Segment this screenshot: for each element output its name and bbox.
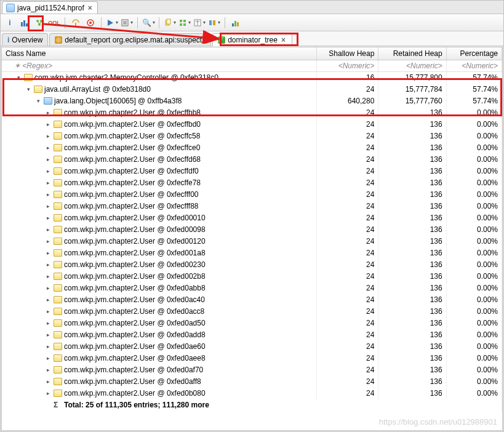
row-label: com.wkp.jvm.chapter2.User @ 0xfed001a8	[64, 249, 206, 257]
table-row[interactable]: ▸com.wkp.jvm.chapter2.User @ 0xfecffe782…	[2, 177, 502, 189]
leak-suspects-icon[interactable]	[84, 16, 97, 30]
expander-icon[interactable]: ▸	[45, 226, 52, 233]
table-row[interactable]: ▸com.wkp.jvm.chapter2.User @ 0xfecffd682…	[2, 154, 502, 166]
expander-icon[interactable]: ▸	[45, 180, 52, 186]
calculate-icon[interactable]	[193, 16, 206, 30]
table-row[interactable]: ▸com.wkp.jvm.chapter2.User @ 0xfed001202…	[2, 236, 502, 247]
svg-rect-21	[234, 21, 236, 26]
expander-icon[interactable]: ▸	[45, 145, 52, 151]
expander-icon[interactable]: ▸	[45, 250, 52, 257]
col-shallow-heap[interactable]: Shallow Heap	[317, 47, 378, 60]
table-row[interactable]: ▸com.wkp.jvm.chapter2.User @ 0xfed0b0802…	[2, 388, 502, 399]
expander-icon[interactable]: ▸	[45, 203, 52, 210]
expander-icon[interactable]: ▸	[45, 320, 52, 327]
expander-icon[interactable]: ▸	[45, 308, 52, 315]
table-row[interactable]: ▸com.wkp.jvm.chapter2.User @ 0xfecffc582…	[2, 130, 502, 142]
expander-icon[interactable]: ▸	[45, 238, 52, 245]
table-row[interactable]: ▸com.wkp.jvm.chapter2.User @ 0xfed0ad502…	[2, 318, 502, 329]
filter-shallow[interactable]: <Numeric>	[338, 62, 375, 70]
expander-icon[interactable]: ▸	[45, 378, 52, 385]
row-label: com.wkp.jvm.chapter2.User @ 0xfed00098	[64, 225, 206, 234]
expander-icon[interactable]: ▸	[45, 285, 52, 292]
run-query-icon[interactable]	[105, 16, 119, 30]
close-icon[interactable]: ×	[280, 36, 287, 44]
sigma-icon	[54, 401, 62, 409]
file-tab-label: java_pid11524.hprof	[17, 4, 84, 12]
class-file-icon	[54, 366, 62, 374]
expander-icon[interactable]: ▸	[45, 297, 52, 303]
expander-icon[interactable]: ▸	[45, 367, 52, 374]
filter-retained[interactable]: <Numeric>	[406, 62, 442, 70]
table-row[interactable]: ▸com.wkp.jvm.chapter2.User @ 0xfecfff002…	[2, 189, 502, 201]
expander-icon[interactable]: ▾	[35, 98, 42, 105]
row-label: com.wkp.jvm.chapter2.User @ 0xfed0aff8	[64, 377, 201, 386]
table-row[interactable]: ▸com.wkp.jvm.chapter2.User @ 0xfecffbb82…	[2, 107, 502, 119]
overview-toolbar-icon[interactable]: i	[3, 16, 17, 30]
chart-icon[interactable]	[229, 16, 242, 30]
cell-pct: 57.74%	[446, 84, 502, 95]
expander-icon[interactable]: ▸	[45, 262, 52, 268]
group-icon[interactable]	[178, 16, 191, 30]
table-row[interactable]: ▸com.wkp.jvm.chapter2.User @ 0xfecffbd02…	[2, 119, 502, 130]
expander-icon[interactable]: ▸	[45, 133, 52, 140]
threads-icon[interactable]	[69, 16, 82, 30]
expander-icon[interactable]: ▸	[45, 343, 52, 350]
toolbar: i OQL 🔍	[1, 14, 503, 31]
toolbar-separator	[159, 17, 159, 28]
col-class-name[interactable]: Class Name	[2, 47, 317, 60]
cell-pct: 0.00%	[446, 353, 502, 364]
export-icon[interactable]	[163, 16, 177, 30]
table-row[interactable]: ▸com.wkp.jvm.chapter2.User @ 0xfed0ac402…	[2, 294, 502, 306]
table-row[interactable]: ▸com.wkp.jvm.chapter2.User @ 0xfed000102…	[2, 212, 502, 224]
expander-icon[interactable]: ▸	[45, 332, 52, 338]
table-row[interactable]: ▾java.lang.Object[160065] @ 0xffb4a3f864…	[2, 95, 502, 107]
histogram-icon[interactable]	[18, 16, 31, 30]
tab-dominator-tree[interactable]: dominator_tree ×	[212, 33, 292, 46]
expander-icon[interactable]: ▸	[45, 191, 52, 198]
col-percentage[interactable]: Percentage	[446, 47, 502, 60]
compare-icon[interactable]	[207, 16, 221, 30]
table-row[interactable]: ▸com.wkp.jvm.chapter2.User @ 0xfecffdf02…	[2, 166, 502, 177]
expander-icon[interactable]: ▾	[15, 74, 22, 81]
expander-icon[interactable]: ▸	[45, 110, 52, 116]
query-browser-icon[interactable]	[120, 16, 134, 30]
table-row[interactable]: ▾java.util.ArrayList @ 0xfeb318d02415,77…	[2, 84, 502, 95]
table-row[interactable]: ▸com.wkp.jvm.chapter2.User @ 0xfed000982…	[2, 224, 502, 236]
table-row[interactable]: ▸com.wkp.jvm.chapter2.User @ 0xfed0acc82…	[2, 306, 502, 318]
table-row[interactable]: ▸com.wkp.jvm.chapter2.User @ 0xfed0aff82…	[2, 376, 502, 388]
table-row[interactable]: ▸com.wkp.jvm.chapter2.User @ 0xfed0af702…	[2, 364, 502, 376]
expander-icon[interactable]: ▸	[45, 168, 52, 175]
file-tab[interactable]: java_pid11524.hprof ×	[2, 1, 98, 14]
cell-shallow: 24	[317, 236, 378, 247]
expander-icon[interactable]: ▸	[45, 273, 52, 280]
dominator-tree-table[interactable]: Class Name Shallow Heap Retained Heap Pe…	[1, 47, 503, 431]
tab-overview[interactable]: i Overview	[2, 33, 48, 46]
table-row[interactable]: ▾com.wkp.jvm.chapter2.MemoryController @…	[2, 72, 502, 84]
col-retained-heap[interactable]: Retained Heap	[378, 47, 446, 60]
table-row[interactable]: ▸com.wkp.jvm.chapter2.User @ 0xfecffce02…	[2, 142, 502, 154]
expander-icon[interactable]: ▾	[25, 86, 32, 93]
expander-icon[interactable]: ▸	[45, 215, 52, 222]
table-row[interactable]: ▸com.wkp.jvm.chapter2.User @ 0xfed0abb82…	[2, 282, 502, 294]
cell-shallow: 24	[317, 177, 378, 189]
expander-icon[interactable]: ▸	[45, 121, 52, 128]
table-row[interactable]: ▸com.wkp.jvm.chapter2.User @ 0xfed002b82…	[2, 271, 502, 282]
find-icon[interactable]: 🔍	[142, 16, 155, 30]
table-row[interactable]: ▸com.wkp.jvm.chapter2.User @ 0xfed0add82…	[2, 329, 502, 341]
cell-shallow: 24	[317, 201, 378, 212]
filter-name[interactable]: <Regex>	[22, 62, 52, 70]
row-label: com.wkp.jvm.chapter2.User @ 0xfecffd68	[64, 155, 201, 164]
table-row[interactable]: ▸com.wkp.jvm.chapter2.User @ 0xfed001a82…	[2, 247, 502, 259]
table-row[interactable]: ▸com.wkp.jvm.chapter2.User @ 0xfed0ae602…	[2, 341, 502, 353]
table-row[interactable]: ▸com.wkp.jvm.chapter2.User @ 0xfed002302…	[2, 259, 502, 271]
tab-default-report[interactable]: default_report org.eclipse.mat.api:suspe…	[49, 33, 211, 46]
expander-icon[interactable]: ▸	[45, 156, 52, 163]
oql-icon[interactable]: OQL	[47, 16, 61, 30]
dominator-tree-toolbar-icon[interactable]	[33, 16, 46, 30]
close-icon[interactable]: ×	[87, 4, 94, 12]
expander-icon[interactable]: ▸	[45, 390, 52, 397]
table-row[interactable]: ▸com.wkp.jvm.chapter2.User @ 0xfed0aee82…	[2, 353, 502, 364]
table-row[interactable]: ▸com.wkp.jvm.chapter2.User @ 0xfecfff882…	[2, 201, 502, 212]
expander-icon[interactable]: ▸	[45, 355, 52, 362]
filter-pct[interactable]: <Numeric>	[462, 62, 498, 70]
